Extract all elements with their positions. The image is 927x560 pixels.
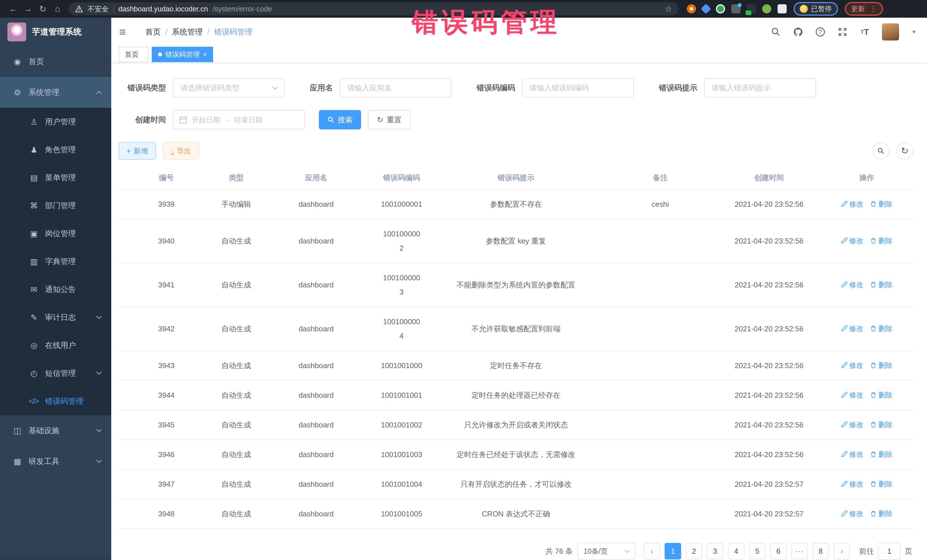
sidebar-menu-item[interactable]: ♙ 用户管理 — [0, 108, 111, 136]
edit-link[interactable]: 修改 — [841, 279, 863, 291]
page-button[interactable]: 3 — [707, 543, 723, 559]
page-button[interactable]: 6 — [770, 543, 787, 559]
reset-button[interactable]: ↻ 重置 — [368, 110, 411, 129]
app-name-input[interactable] — [340, 78, 451, 97]
error-code-input[interactable] — [522, 78, 634, 97]
delete-link[interactable]: 删除 — [870, 235, 892, 247]
page-button[interactable]: 2 — [686, 543, 702, 559]
page-button[interactable]: ··· — [791, 543, 808, 559]
table-row[interactable]: 3944 自动生成 dashboard 1001001001 定时任务的处理器已… — [119, 380, 913, 410]
table-row[interactable]: 3940 自动生成 dashboard 100100000 2 参数配置 key… — [119, 219, 913, 263]
extension-icon-6[interactable] — [762, 4, 771, 14]
home-icon[interactable]: ⌂ — [50, 4, 65, 14]
sidebar-menu-item[interactable]: ▦ 研发工具 — [0, 446, 111, 477]
refresh-button[interactable]: ↻ — [896, 142, 913, 159]
sidebar-menu-item[interactable]: ⚙ 系统管理 — [0, 77, 111, 108]
page-tab[interactable]: 首页 — [119, 47, 148, 62]
table-row[interactable]: 3946 自动生成 dashboard 1001001003 定时任务已经处于该… — [119, 440, 913, 469]
reload-icon[interactable]: ↻ — [35, 4, 50, 14]
table-row[interactable]: 3947 自动生成 dashboard 1001001004 只有开启状态的任务… — [119, 469, 913, 499]
github-icon[interactable] — [793, 27, 803, 37]
sidebar-menu-item[interactable]: ✎ 审计日志 — [0, 304, 111, 331]
edit-link[interactable]: 修改 — [841, 448, 863, 460]
font-size-icon[interactable]: TT — [860, 27, 870, 37]
extension-icon-3[interactable] — [716, 4, 725, 14]
sidebar-menu-item[interactable]: ▣ 岗位管理 — [0, 220, 111, 247]
breadcrumb-item[interactable]: 错误码管理 — [214, 27, 252, 37]
edit-link[interactable]: 修改 — [841, 359, 863, 371]
hamburger-icon[interactable]: ≡ — [119, 26, 126, 38]
delete-link[interactable]: 删除 — [870, 389, 892, 401]
page-size-select[interactable]: 10条/页 — [577, 543, 635, 560]
sidebar-menu-item[interactable]: ✉ 通知公告 — [0, 275, 111, 304]
page-tab[interactable]: 错误码管理 × — [152, 47, 213, 62]
error-type-select[interactable]: 请选择错误码类型 — [173, 78, 285, 97]
table-row[interactable]: 3942 自动生成 dashboard 100100000 4 不允许获取敏感配… — [119, 307, 913, 351]
goto-page-input[interactable] — [878, 543, 901, 560]
delete-link[interactable]: 删除 — [870, 279, 892, 291]
extension-icon-4[interactable] — [731, 4, 740, 14]
table-row[interactable]: 3943 自动生成 dashboard 1001001000 定时任务不存在 2… — [119, 351, 913, 380]
user-avatar[interactable] — [882, 23, 899, 41]
sidebar-menu-item[interactable]: ◴ 短信管理 — [0, 359, 111, 387]
extension-icon-5[interactable] — [747, 4, 756, 14]
sidebar-menu-item[interactable]: ◎ 在线用户 — [0, 331, 111, 359]
export-button[interactable]: ↓ 导出 — [163, 142, 199, 160]
next-page-button[interactable]: › — [833, 543, 850, 559]
edit-link[interactable]: 修改 — [841, 508, 863, 519]
breadcrumb-item[interactable]: 系统管理 — [172, 27, 203, 37]
sidebar-menu-item[interactable]: ▥ 字典管理 — [0, 247, 111, 275]
search-button[interactable]: 搜索 — [319, 110, 361, 129]
delete-link[interactable]: 删除 — [870, 478, 892, 490]
sidebar-menu-item[interactable]: ▤ 菜单管理 — [0, 164, 111, 191]
error-hint-input[interactable] — [704, 78, 816, 97]
sidebar-menu-item[interactable]: ⌘ 部门管理 — [0, 191, 111, 220]
breadcrumb-item[interactable]: 首页 — [145, 27, 161, 37]
extension-icon-1[interactable] — [687, 4, 696, 14]
delete-link[interactable]: 删除 — [870, 198, 892, 210]
edit-link[interactable]: 修改 — [841, 478, 863, 490]
browser-menu-icon[interactable]: ⋮ — [869, 5, 877, 14]
prev-page-button[interactable]: ‹ — [643, 543, 660, 559]
sidebar-collapse-bar[interactable] — [0, 556, 111, 560]
table-row[interactable]: 3941 自动生成 dashboard 100100000 3 不能删除类型为系… — [119, 263, 913, 307]
edit-link[interactable]: 修改 — [841, 389, 863, 401]
add-button[interactable]: + 新增 — [119, 142, 156, 160]
sidebar-menu-item[interactable]: ◉ 首页 — [0, 46, 111, 77]
bookmark-star-icon[interactable]: ☆ — [665, 4, 672, 14]
profile-paused-chip[interactable]: 已暂停 — [793, 2, 838, 16]
extension-icon-2[interactable] — [701, 4, 711, 14]
edit-link[interactable]: 修改 — [841, 419, 863, 431]
puzzle-extensions-icon[interactable] — [778, 4, 787, 14]
address-bar[interactable]: 不安全 dashboard.yudao.iocoder.cn/system/er… — [68, 2, 679, 15]
table-row[interactable]: 3939 手动编辑 dashboard 1001000001 参数配置不存在 c… — [119, 189, 913, 219]
table-row[interactable]: 3945 自动生成 dashboard 1001001002 只允许修改为开启或… — [119, 410, 913, 440]
search-icon[interactable] — [771, 27, 781, 37]
edit-link[interactable]: 修改 — [841, 322, 863, 334]
delete-link[interactable]: 删除 — [870, 419, 892, 431]
browser-update-button[interactable]: 更新 ⋮ — [845, 2, 883, 16]
fullscreen-icon[interactable] — [837, 27, 848, 37]
sidebar-menu-item[interactable]: ◫ 基础设施 — [0, 415, 111, 446]
sidebar-menu-item[interactable]: ♟ 角色管理 — [0, 136, 111, 164]
back-icon[interactable]: ← — [6, 4, 21, 14]
avatar-caret-icon[interactable]: ▼ — [911, 29, 917, 35]
toggle-search-button[interactable] — [872, 142, 889, 159]
page-button[interactable]: 4 — [728, 543, 745, 559]
tab-close-icon[interactable]: × — [203, 51, 207, 58]
page-button[interactable]: 1 — [664, 543, 681, 559]
help-icon[interactable]: ? — [815, 27, 825, 37]
sidebar-menu-item[interactable]: </> 错误码管理 — [0, 387, 111, 415]
page-button[interactable]: 5 — [749, 543, 766, 559]
delete-link[interactable]: 删除 — [870, 508, 892, 519]
delete-link[interactable]: 删除 — [870, 448, 892, 460]
table-row[interactable]: 3948 自动生成 dashboard 1001001005 CRON 表达式不… — [119, 499, 913, 529]
edit-link[interactable]: 修改 — [841, 235, 863, 247]
edit-link[interactable]: 修改 — [841, 198, 863, 210]
date-range-picker[interactable]: 开始日期 - 结束日期 — [173, 110, 305, 129]
page-button[interactable]: 8 — [812, 543, 829, 559]
delete-link[interactable]: 删除 — [870, 322, 892, 334]
delete-link[interactable]: 删除 — [870, 359, 892, 371]
forward-icon[interactable]: → — [21, 4, 35, 14]
cell-id: 3945 — [119, 410, 214, 440]
